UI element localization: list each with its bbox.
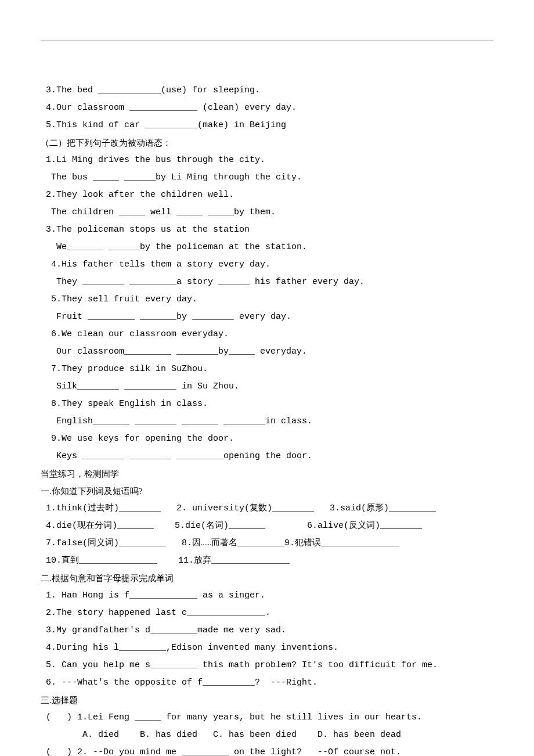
- choice-q1-options: A. died B. has died C. has been died D. …: [41, 726, 493, 744]
- vocab-l2: 4.die(现在分词)_______ 5.die(名词)_______ 6.al…: [41, 517, 493, 535]
- complete-q6: 6. ---What's the opposite of f__________…: [41, 674, 493, 692]
- horizontal-rule: [41, 41, 493, 41]
- complete-q4: 4.During his l_________,Edison invented …: [41, 639, 493, 657]
- complete-q5: 5. Can you help me s_________ this math …: [41, 657, 493, 674]
- passive-q1a: 1.Li Ming drives the bus through the cit…: [41, 152, 493, 169]
- complete-q3: 3.My grandfather's d_________made me ver…: [41, 622, 493, 639]
- section2-heading: （二）把下列句子改为被动语态：: [41, 134, 493, 152]
- passive-q7a: 7.They produce silk in SuZhou.: [41, 361, 493, 378]
- passive-q2b: The children _____ well _____ _____by th…: [41, 204, 493, 221]
- complete-heading: 二.根据句意和首字母提示完成单词: [41, 570, 493, 587]
- vocab-heading: 一.你知道下列词及短语吗?: [41, 483, 493, 500]
- choice-q1: ( ) 1.Lei Feng _____ for many years, but…: [41, 709, 493, 726]
- fill-q5: 5.This kind of car __________(make) in B…: [41, 117, 493, 134]
- passive-q4a: 4.His father tells them a story every da…: [41, 256, 493, 273]
- vocab-l1: 1.think(过去时)________ 2. university(复数)__…: [41, 500, 493, 517]
- passive-q8a: 8.They speak English in class.: [41, 395, 493, 413]
- fill-q4: 4.Our classroom _____________ (clean) ev…: [41, 99, 493, 117]
- passive-q7b: Silk________ __________ in Su Zhou.: [41, 378, 493, 395]
- complete-q1: 1. Han Hong is f_____________ as a singe…: [41, 587, 493, 604]
- vocab-l4: 10.直到_______________ 11.放弃______________…: [41, 552, 493, 570]
- passive-q9a: 9.We use keys for opening the door.: [41, 430, 493, 448]
- passive-q1b: The bus _____ ______by Li Ming through t…: [41, 169, 493, 186]
- passive-q6b: Our classroom_________ ________by_____ e…: [41, 343, 493, 361]
- passive-q3b: We_______ ______by the policeman at the …: [41, 239, 493, 256]
- passive-q9b: Keys ________ ________ _________opening …: [41, 448, 493, 465]
- passive-q5b: Fruit _________ _______by ________ every…: [41, 308, 493, 326]
- passive-q3a: 3.The policeman stops us at the station: [41, 221, 493, 239]
- fill-q3: 3.The bed ____________(use) for sleeping…: [41, 82, 493, 99]
- vocab-l3: 7.false(同义词)_________ 8.因……而著名_________9…: [41, 535, 493, 552]
- choice-q2: ( ) 2. --Do you mind me _________ on the…: [41, 744, 493, 756]
- passive-q5a: 5.They sell fruit every day.: [41, 291, 493, 308]
- passive-q4b: They ________ _________a story ______ hi…: [41, 273, 493, 291]
- passive-q2a: 2.They look after the children well.: [41, 186, 493, 204]
- passive-q6a: 6.We clean our classroom everyday.: [41, 326, 493, 343]
- section3-heading: 当堂练习，检测固学: [41, 465, 493, 483]
- passive-q8b: English_______ ________ _______ ________…: [41, 413, 493, 430]
- complete-q2: 2.The story happened last c_____________…: [41, 604, 493, 622]
- worksheet-page: 3.The bed ____________(use) for sleeping…: [0, 0, 534, 756]
- choice-heading: 三.选择题: [41, 692, 493, 709]
